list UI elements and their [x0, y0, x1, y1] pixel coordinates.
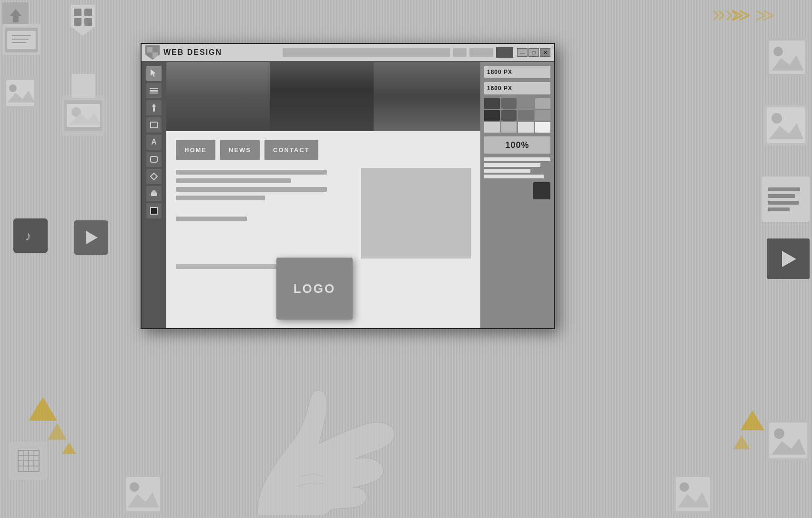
tool-diamond[interactable] [146, 169, 162, 184]
gold-tri-br2 [733, 435, 750, 451]
svg-marker-40 [741, 410, 764, 430]
nav-home-button[interactable]: HOME [176, 140, 215, 160]
gold-triangle-2 [48, 423, 67, 442]
color-swatch-5[interactable] [484, 110, 500, 121]
svg-text:»»: »» [712, 2, 739, 27]
svg-rect-0 [74, 9, 81, 16]
dark-color-swatch[interactable] [533, 182, 550, 199]
tool-pen[interactable] [146, 100, 162, 115]
tool-eraser[interactable] [146, 186, 162, 201]
title-bar: WEB DESIGN — □ ✕ [142, 44, 554, 62]
gray-box-icon [71, 74, 95, 98]
nav-contact-button[interactable]: CONTACT [264, 140, 318, 160]
canvas-navigation: HOME NEWS CONTACT [166, 131, 480, 166]
address-bar-area [283, 47, 513, 58]
play-icon-right [767, 238, 810, 279]
svg-point-10 [9, 84, 17, 92]
svg-rect-48 [153, 107, 155, 111]
address-input[interactable] [283, 48, 450, 57]
hand-holding-logo [229, 310, 419, 515]
content-line-1 [176, 170, 327, 175]
tool-rect[interactable] [146, 117, 162, 133]
color-swatch-9[interactable] [484, 122, 500, 133]
svg-rect-53 [151, 193, 157, 196]
close-button[interactable]: ✕ [540, 48, 550, 57]
folder-icon-medium [62, 95, 105, 136]
maximize-button[interactable]: □ [528, 48, 539, 57]
svg-point-32 [771, 113, 782, 124]
color-swatch-7[interactable] [518, 110, 534, 121]
canvas-content-area [166, 168, 480, 259]
img-thumb-right-bottom [767, 420, 810, 461]
text-line-3 [484, 169, 530, 173]
tool-text[interactable]: A [146, 135, 162, 150]
color-swatch-11[interactable] [518, 122, 534, 133]
svg-marker-26 [48, 423, 67, 440]
text-line-4 [484, 175, 544, 178]
content-line-4 [176, 196, 265, 200]
svg-rect-46 [150, 93, 158, 93]
svg-marker-43 [151, 69, 156, 77]
music-icon-box: ♪ [13, 218, 48, 253]
address-btn2[interactable] [469, 48, 493, 57]
svg-rect-51 [151, 156, 157, 162]
gold-tri-br1 [741, 410, 764, 432]
zoom-field[interactable]: 100% [484, 136, 550, 154]
svg-rect-5 [7, 31, 36, 49]
color-swatch-8[interactable] [535, 110, 551, 121]
shield-badge-icon [67, 5, 99, 36]
gold-triangle-1 [29, 397, 57, 423]
svg-marker-49 [152, 111, 155, 112]
spacer [176, 204, 354, 213]
content-line-2 [176, 178, 291, 183]
color-swatch-4[interactable] [535, 98, 551, 109]
tool-fill[interactable] [146, 203, 162, 218]
text-lines-panel [484, 157, 550, 178]
image-icon-small-left [2, 76, 38, 110]
gold-triangle-3 [62, 442, 76, 456]
color-grid [484, 98, 550, 133]
canvas-image-placeholder [361, 168, 471, 259]
svg-rect-44 [150, 88, 158, 89]
content-line-3 [176, 187, 327, 192]
svg-rect-1 [84, 9, 92, 16]
color-swatch-6[interactable] [501, 110, 517, 121]
color-swatch-2[interactable] [501, 98, 517, 109]
svg-rect-50 [151, 122, 157, 128]
svg-rect-2 [74, 18, 81, 26]
svg-marker-27 [62, 442, 76, 454]
minimize-button[interactable]: — [517, 48, 528, 57]
lines-panel-right [762, 176, 810, 222]
color-swatch-1[interactable] [484, 98, 500, 109]
window-controls: — □ ✕ [517, 48, 550, 57]
svg-marker-52 [151, 173, 157, 180]
left-toolbar: A [142, 62, 166, 328]
img-thumb-right-top [767, 38, 807, 76]
gold-chevrons-top-right: »» [712, 2, 807, 33]
tool-menu[interactable] [146, 83, 162, 98]
canvas-text-column [176, 168, 354, 259]
canvas-header-image [166, 62, 480, 131]
svg-point-36 [774, 428, 784, 439]
svg-point-29 [773, 47, 783, 56]
nav-news-button[interactable]: NEWS [220, 140, 260, 160]
svg-marker-41 [733, 435, 750, 449]
right-bg-icons: ≫ ≫ [717, 0, 812, 518]
svg-rect-45 [150, 90, 158, 92]
address-color-btn[interactable] [496, 47, 513, 58]
color-swatch-10[interactable] [501, 122, 517, 133]
tool-rounded-rect[interactable] [146, 152, 162, 167]
color-swatch-3[interactable] [518, 98, 534, 109]
height-field[interactable]: 1600 PX [484, 82, 550, 94]
color-swatch-12[interactable] [535, 122, 551, 133]
window-title: WEB DESIGN [163, 48, 279, 57]
width-field[interactable]: 1800 PX [484, 66, 550, 78]
address-btn1[interactable] [453, 48, 467, 57]
svg-marker-54 [151, 190, 157, 193]
app-logo [145, 45, 160, 60]
play-icon-box-left [74, 220, 108, 255]
tool-pointer[interactable] [146, 66, 162, 81]
svg-marker-47 [152, 104, 156, 107]
logo-card: LOGO [276, 258, 353, 320]
svg-text:♪: ♪ [25, 228, 31, 243]
